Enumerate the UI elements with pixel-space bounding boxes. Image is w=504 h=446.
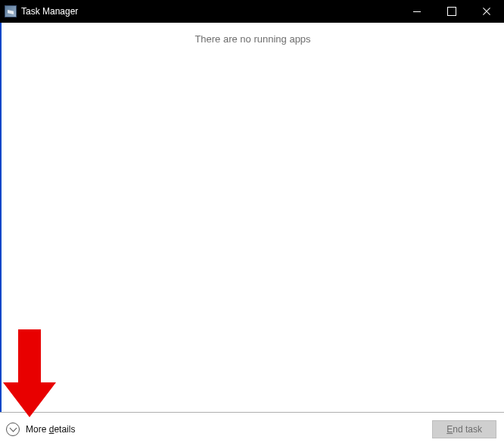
app-icon	[5, 5, 17, 17]
window-controls	[400, 0, 504, 23]
window-title: Task Manager	[21, 6, 78, 17]
content-area: There are no running apps	[0, 23, 504, 412]
titlebar: Task Manager	[0, 0, 504, 23]
minimize-button[interactable]	[400, 0, 434, 23]
annotation-arrow-icon	[3, 329, 56, 426]
empty-state-message: There are no running apps	[2, 33, 504, 45]
close-button[interactable]	[469, 0, 504, 23]
footer-bar: More details End task	[0, 412, 504, 446]
end-task-button[interactable]: End task	[432, 420, 496, 438]
maximize-button[interactable]	[434, 0, 469, 23]
